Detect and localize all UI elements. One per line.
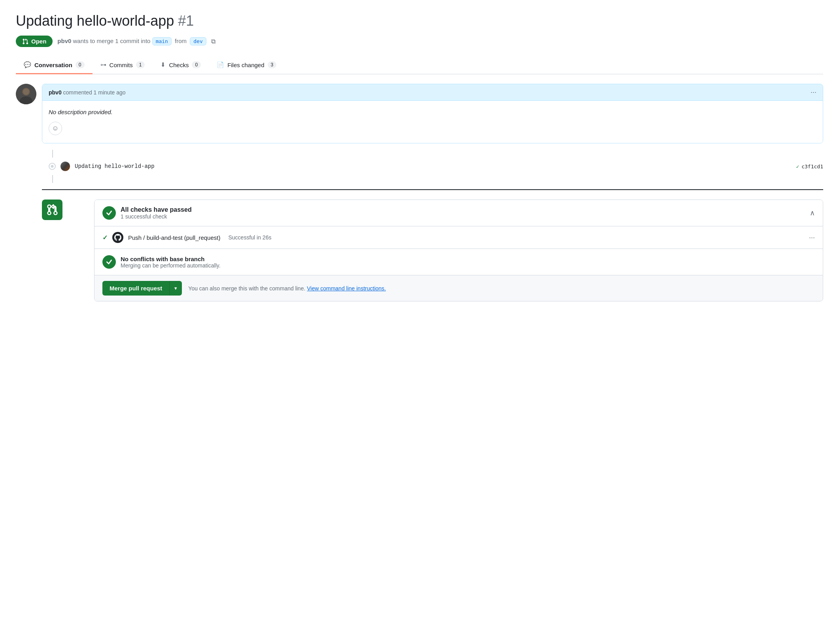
tab-commits-label: Commits <box>110 62 133 68</box>
check-item-row: ✓ Push / build-and-test (pull_request) S… <box>94 226 823 249</box>
pr-merge-icon-badge <box>42 200 62 220</box>
tab-checks-count: 0 <box>192 61 201 68</box>
checks-icon: ⬇ <box>161 61 166 68</box>
no-conflicts-subtitle: Merging can be performed automatically. <box>121 262 221 269</box>
avatar <box>16 84 36 104</box>
merge-hint-text: You can also merge this with the command… <box>188 285 305 292</box>
tab-commits[interactable]: ⊶ Commits 1 <box>93 56 153 74</box>
pr-head-branch[interactable]: dev <box>190 37 206 45</box>
tab-files-changed-count: 3 <box>268 61 277 68</box>
commit-row: Updating hello-world-app ✓ c3f1cd1 <box>42 158 823 175</box>
comment-box: pbv0 commented 1 minute ago ··· No descr… <box>42 84 823 143</box>
commit-check-mark: ✓ <box>796 164 799 169</box>
comment-author[interactable]: pbv0 <box>49 89 62 96</box>
tab-files-changed[interactable]: 📄 Files changed 3 <box>209 56 284 74</box>
check-item-tick: ✓ <box>102 234 108 241</box>
merge-hint: You can also merge this with the command… <box>188 285 386 292</box>
merge-button-group: Merge pull request ▾ <box>102 281 182 296</box>
github-actions-logo <box>112 232 123 243</box>
pr-title-text: Updating hello-world-app <box>16 13 174 29</box>
commit-dot <box>49 163 56 170</box>
comment-body-text: No description provided. <box>49 109 816 115</box>
avatar-image <box>16 84 36 104</box>
checks-title: All checks have passed <box>121 206 192 213</box>
emoji-reaction-button[interactable]: ☺ <box>49 122 62 135</box>
files-changed-icon: 📄 <box>217 61 224 68</box>
conversation-icon: 💬 <box>24 61 31 68</box>
pr-title: Updating hello-world-app #1 <box>16 13 823 29</box>
merge-icon <box>47 204 58 215</box>
tab-conversation[interactable]: 💬 Conversation 0 <box>16 56 93 74</box>
commit-label: Updating hello-world-app <box>75 163 791 169</box>
commits-icon: ⊶ <box>100 61 106 68</box>
commit-hash-value[interactable]: c3f1cd1 <box>801 164 823 169</box>
comment-time: commented 1 minute ago <box>63 89 126 96</box>
checks-container: All checks have passed 1 successful chec… <box>94 200 823 301</box>
pr-tabs: 💬 Conversation 0 ⊶ Commits 1 ⬇ Checks 0 … <box>16 56 823 74</box>
merge-pull-request-button[interactable]: Merge pull request <box>102 281 169 296</box>
copy-branches-icon[interactable]: ⧉ <box>211 38 215 45</box>
merge-dropdown-button[interactable]: ▾ <box>169 281 182 296</box>
checks-header-left: All checks have passed 1 successful chec… <box>102 206 192 220</box>
comment-header-info: pbv0 commented 1 minute ago <box>49 89 126 96</box>
no-conflicts-title: No conflicts with base branch <box>121 256 221 262</box>
pr-meta-author: pbv0 wants to merge 1 commit into main f… <box>57 37 206 45</box>
pr-meta: Open pbv0 wants to merge 1 commit into m… <box>16 36 823 47</box>
checks-header: All checks have passed 1 successful chec… <box>94 200 823 226</box>
merge-section: Merge pull request ▾ You can also merge … <box>94 275 823 301</box>
comment-section: pbv0 commented 1 minute ago ··· No descr… <box>42 84 823 301</box>
comment-header: pbv0 commented 1 minute ago ··· <box>42 84 823 101</box>
tab-conversation-label: Conversation <box>34 62 72 68</box>
pr-base-branch[interactable]: main <box>152 37 172 45</box>
comment-body: No description provided. ☺ <box>42 101 823 143</box>
check-item-status: Successful in 26s <box>228 234 271 241</box>
commit-hash: ✓ c3f1cd1 <box>796 164 823 169</box>
tab-files-changed-label: Files changed <box>227 62 264 68</box>
tab-conversation-count: 0 <box>76 61 85 68</box>
timeline: Updating hello-world-app ✓ c3f1cd1 <box>42 150 823 183</box>
merge-command-line-link[interactable]: View command line instructions. <box>307 285 386 292</box>
svg-point-3 <box>23 89 29 95</box>
section-divider <box>42 189 823 190</box>
pr-number: #1 <box>178 13 194 29</box>
main-content: pbv0 commented 1 minute ago ··· No descr… <box>16 84 823 301</box>
pr-status-badge: Open <box>16 36 53 47</box>
pr-meta-desc: wants to merge 1 commit into <box>73 38 151 44</box>
checks-title-block: All checks have passed 1 successful chec… <box>121 206 192 220</box>
checks-subtitle: 1 successful check <box>121 213 192 220</box>
pr-open-icon <box>22 38 28 45</box>
no-conflicts-text-block: No conflicts with base branch Merging ca… <box>121 256 221 269</box>
check-item-left: ✓ Push / build-and-test (pull_request) S… <box>102 232 271 243</box>
tab-checks[interactable]: ⬇ Checks 0 <box>153 56 209 74</box>
all-checks-passed-icon <box>102 206 116 220</box>
no-conflicts-row: No conflicts with base branch Merging ca… <box>94 249 823 275</box>
no-conflicts-icon <box>102 255 116 269</box>
commit-avatar <box>60 162 70 171</box>
checks-collapse-button[interactable]: ∧ <box>810 209 815 217</box>
check-item-name: Push / build-and-test (pull_request) <box>128 234 220 241</box>
pr-author: pbv0 <box>57 38 71 44</box>
timeline-connector-bottom <box>52 175 53 183</box>
comment-more-button[interactable]: ··· <box>811 88 816 96</box>
pr-status-text: Open <box>31 38 46 45</box>
checks-area: All checks have passed 1 successful chec… <box>42 200 823 301</box>
tab-commits-count: 1 <box>136 61 145 68</box>
tab-checks-label: Checks <box>169 62 189 68</box>
check-item-more-button[interactable]: ··· <box>809 233 815 242</box>
timeline-connector-top <box>52 150 53 158</box>
